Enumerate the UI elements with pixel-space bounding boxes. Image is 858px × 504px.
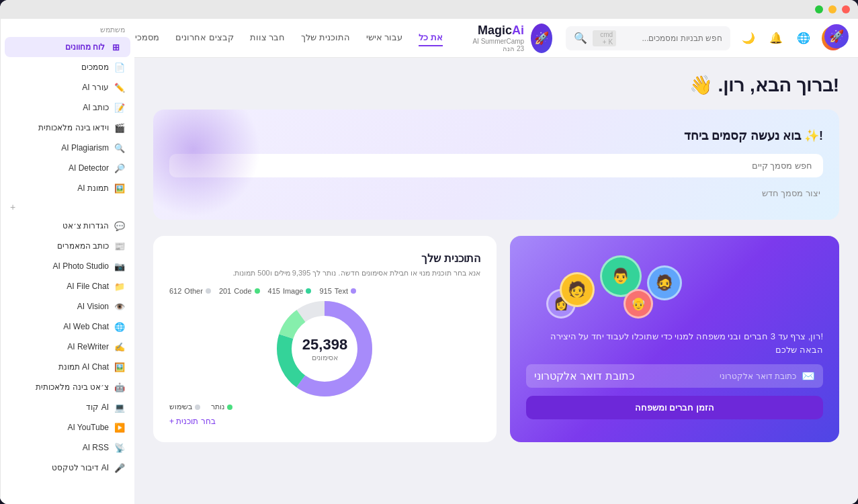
search-shortcut: cmd + K [593, 30, 616, 46]
sidebar-item-ai-vision[interactable]: 👁️ AI Vision [1, 296, 134, 317]
detector-icon: 🔎 [114, 163, 125, 173]
sidebar-item-file-chat[interactable]: 📁 AI File Chat [1, 276, 134, 296]
legend-dot-other [206, 288, 211, 294]
documents-icon: 📄 [114, 62, 125, 73]
sidebar-item-article-writer[interactable]: 📰 כותב המאמרים [1, 236, 134, 256]
page-content: !ברוך הבא, רון. 👋 !✨ בוא נעשה קסמים ביחד… [134, 58, 858, 504]
plagiarism-icon: 🔍 [114, 142, 125, 153]
invite-email-row[interactable]: ✉️ shoshi@kaldes.io, papa@kaldes.io כתוב… [526, 364, 823, 388]
sidebar-item-ai-chat-label: צ׳אט בינה מלאכותית [10, 382, 109, 392]
sidebar-item-ai-chat[interactable]: 🤖 צ׳אט בינה מלאכותית [1, 377, 134, 397]
search-bar[interactable]: cmd + K 🔍 [566, 26, 730, 50]
legend-code: Code 201 [219, 287, 260, 295]
sidebar-item-ai-youtube-label: AI YouTube [10, 423, 109, 432]
sidebar-item-ai-vision-label: AI Vision [10, 302, 109, 311]
search-input[interactable] [621, 34, 722, 43]
sidebar-item-ai-video[interactable]: 🎬 וידאו בינה מלאכותית [1, 118, 134, 138]
plan-card: התוכנית שלך אנא בחר תוכנית מנוי או חבילת… [153, 236, 497, 442]
sidebar-item-rewriter[interactable]: ✍️ AI ReWriter [1, 337, 134, 357]
sidebar-item-plagiarism[interactable]: 🔍 AI Plagiarism [1, 138, 134, 158]
sidebar-item-ai-youtube[interactable]: ▶️ AI YouTube [1, 417, 134, 437]
rewriter-icon: ✍️ [114, 341, 125, 352]
sidebar-item-dashboard-label: לוח מחוונים [14, 42, 105, 52]
invite-text: !רון, צרף עד 3 חברים ובני משפחה למנוי כד… [526, 330, 823, 356]
magic-box-title: !✨ בוא נעשה קסמים ביחד [169, 128, 823, 143]
bell-icon[interactable]: 🔔 [767, 29, 785, 48]
search-icon: 🔍 [574, 32, 587, 44]
invite-avatar-5: 👴 [624, 289, 653, 319]
sidebar-item-article-writer-label: כותב המאמרים [10, 241, 109, 251]
email-icon: ✉️ [802, 370, 815, 382]
sidebar-item-documents[interactable]: 📄 מסמכים [1, 57, 134, 77]
web-chat-icon: 🌐 [114, 321, 125, 332]
moon-icon[interactable]: 🌙 [740, 29, 758, 48]
plan-legend: Text 915 Image 415 Code 20 [169, 287, 480, 295]
legend-other-value: 612 [169, 287, 181, 295]
sidebar-item-rewriter-label: AI ReWriter [10, 342, 109, 351]
magic-search-input[interactable] [180, 161, 812, 171]
ai-speech-icon: 🎤 [114, 462, 125, 473]
sidebar-item-ai-rss[interactable]: 📡 AI RSS [1, 437, 134, 458]
legend-image-value: 415 [268, 287, 280, 295]
sidebar-user-label: משתמש [1, 19, 134, 37]
nav-link-all[interactable]: את כל [419, 30, 443, 46]
minimize-button[interactable] [828, 5, 836, 13]
donut-label: אסימונים [302, 353, 347, 362]
plan-title: התוכנית שלך [169, 252, 480, 265]
invite-avatar-4: 🧔 [647, 265, 682, 300]
stat-used-label: בשימוש [169, 403, 192, 411]
nav-link-recent[interactable]: קבצים אחרונים [175, 30, 234, 46]
invite-avatars: 👩 🧑 👨 🧔 👴 [526, 252, 823, 319]
nav-link-team[interactable]: חבר צוות [250, 30, 286, 46]
sidebar-item-ai-editor[interactable]: ✏️ עורר AI [1, 77, 134, 97]
magic-create-label[interactable]: יצור מסמך חדש [169, 185, 823, 201]
sidebar-item-ai-code-label: AI קוד [10, 403, 109, 412]
invite-avatar-2: 🧑 [560, 272, 595, 307]
logo-name: MagicAi [478, 24, 524, 38]
ai-chat-icon: 🤖 [114, 382, 125, 392]
sidebar-item-dashboard[interactable]: ⊞ לוח מחוונים [5, 37, 130, 57]
nav-link-plan[interactable]: התוכנית שלך [301, 30, 350, 46]
sidebar-item-plagiarism-label: AI Plagiarism [10, 143, 109, 153]
sidebar-item-web-chat[interactable]: 🌐 AI Web Chat [1, 317, 134, 337]
logo-sub: AI SummerCamp 23 הנה [470, 38, 524, 52]
sidebar-item-file-chat-label: AI File Chat [10, 282, 109, 291]
sidebar-item-chat-settings[interactable]: 💬 הגדרות צ׳אט [1, 216, 134, 236]
invite-button[interactable]: הזמן חברים ומשפחה [526, 396, 823, 419]
sidebar-item-ai-speech[interactable]: 🎤 AI דיבור לטקסט [1, 458, 134, 478]
legend-other: Other 612 [169, 287, 211, 295]
stat-dot-remaining [227, 405, 232, 410]
dashboard-icon: ⊞ [110, 42, 121, 52]
sidebar-item-ai-writer[interactable]: 📝 כותב AI [1, 97, 134, 118]
close-button[interactable] [842, 5, 850, 13]
sidebar-item-web-chat-label: AI Web Chat [10, 322, 109, 331]
sidebar-add-button[interactable]: + [1, 198, 134, 216]
nav-link-personal[interactable]: עבור אישי [366, 30, 403, 46]
invite-email-input[interactable]: shoshi@kaldes.io, papa@kaldes.io [640, 372, 796, 381]
sidebar-item-detector[interactable]: 🔎 AI Detector [1, 158, 134, 178]
sidebar-item-photo-studio[interactable]: 📷 AI Photo Studio [1, 256, 134, 276]
ai-code-icon: 💻 [114, 402, 125, 413]
two-col-section: 👩 🧑 👨 🧔 👴 !רון, צרף עד 3 חברים ובני משפח… [153, 236, 839, 442]
stat-used: בשימוש [169, 403, 200, 411]
sidebar-item-detector-label: AI Detector [10, 163, 109, 173]
magic-search[interactable] [169, 154, 823, 177]
sidebar: משתמש ⊞ לוח מחוונים 📄 מסמכים ✏️ עורר AI … [0, 19, 134, 504]
maximize-button[interactable] [815, 5, 823, 13]
globe-icon[interactable]: 🌐 [794, 29, 812, 48]
stat-dot-used [195, 405, 200, 410]
sidebar-item-photo-studio-label: AI Photo Studio [10, 261, 109, 271]
sidebar-item-documents-label: מסמכים [10, 62, 109, 72]
logo-area[interactable]: 🚀 MagicAi AI SummerCamp 23 הנה [470, 24, 552, 53]
chart-container: 25,398 אסימונים [169, 302, 480, 396]
sidebar-item-ai-editor-label: עורר AI [10, 83, 109, 92]
plan-more-link[interactable]: + בחר תוכנית [169, 417, 480, 426]
nav-link-docs[interactable]: מסמכים [134, 30, 159, 46]
sidebar-item-ai-image[interactable]: 🖼️ תמונת AI [1, 178, 134, 198]
sidebar-item-ai-code[interactable]: 💻 AI קוד [1, 397, 134, 417]
stat-remaining-label: נותר [211, 403, 224, 411]
ai-vision-icon: 👁️ [114, 301, 125, 312]
titlebar [0, 0, 858, 19]
sidebar-item-ai-image-label: תמונת AI [10, 183, 109, 193]
sidebar-item-ai-chat-image[interactable]: 🖼️ AI Chat תמונת [1, 357, 134, 377]
